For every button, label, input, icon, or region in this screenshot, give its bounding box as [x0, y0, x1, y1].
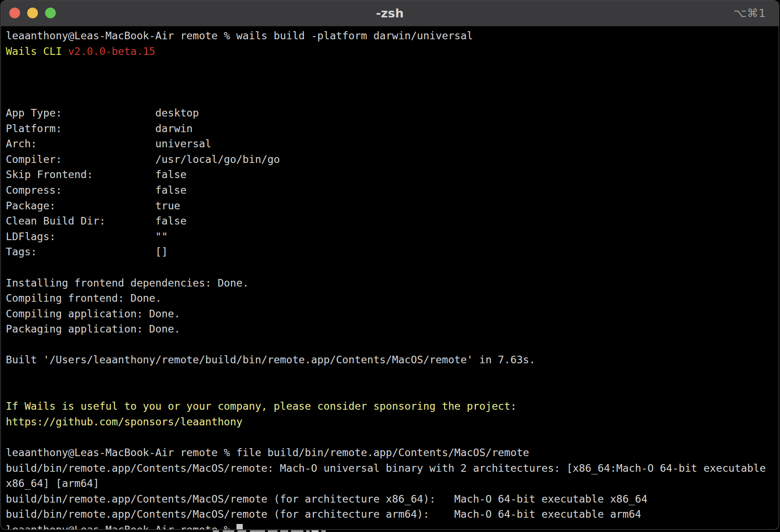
terminal-row [6, 260, 779, 275]
text-cursor [236, 524, 243, 529]
terminal-output[interactable]: leaanthony@Leas-MacBook-Air remote % wai… [1, 26, 779, 529]
terminal-text-segment: If Wails is useful to you or your compan… [6, 400, 517, 412]
terminal-row: leaanthony@Leas-MacBook-Air remote % [6, 522, 779, 529]
background-text-fragment [321, 530, 326, 532]
terminal-row: x86_64] [arm64] [6, 476, 779, 491]
terminal-text-segment: v2.0.0-beta.15 [68, 45, 155, 57]
terminal-row: Compiler: /usr/local/go/bin/go [6, 152, 779, 167]
terminal-row: Package: true [6, 198, 779, 214]
terminal-row [6, 383, 779, 399]
titlebar[interactable]: -zsh ⌥⌘1 [1, 0, 779, 26]
terminal-text-segment: build/bin/remote.app/Contents/MacOS/remo… [6, 493, 647, 505]
terminal-row [6, 59, 779, 75]
background-text-fragment [250, 530, 265, 532]
terminal-row [6, 75, 779, 90]
terminal-row [6, 429, 779, 445]
window-title: -zsh [1, 0, 779, 26]
terminal-row: Built '/Users/leaanthony/remote/build/bi… [6, 352, 779, 368]
terminal-text-segment: Compiling frontend: Done. [6, 292, 162, 304]
terminal-row: build/bin/remote.app/Contents/MacOS/remo… [6, 491, 779, 507]
terminal-row: Platform: darwin [6, 121, 779, 137]
terminal-row: https://github.com/sponsors/leaanthony [6, 414, 779, 430]
terminal-text-segment: Compiler: /usr/local/go/bin/go [6, 153, 280, 165]
terminal-text-segment: Compress: false [6, 184, 187, 196]
terminal-row [6, 90, 779, 105]
terminal-text-segment: Compiling application: Done. [6, 308, 180, 320]
background-text-fragment [311, 530, 319, 532]
terminal-row: Compress: false [6, 183, 779, 198]
background-text-fragment [213, 530, 219, 532]
terminal-text-segment: LDFlags: "" [6, 230, 168, 242]
terminal-text-segment: Installing frontend dependencies: Done. [6, 277, 249, 289]
terminal-text-segment: Wails CLI [6, 45, 68, 57]
terminal-text-segment: Package: true [6, 200, 180, 212]
terminal-text-segment: x86_64] [arm64] [6, 477, 99, 489]
terminal-text-segment: Tags: [] [6, 245, 168, 258]
terminal-row: Compiling application: Done. [6, 306, 779, 322]
terminal-text-segment: Arch: universal [6, 137, 212, 150]
background-window-clipped-text [0, 530, 780, 532]
terminal-row: Clean Build Dir: false [6, 213, 779, 229]
background-text-fragment [306, 530, 310, 532]
terminal-text-segment: leaanthony@Leas-MacBook-Air remote % fil… [6, 446, 529, 458]
background-text-fragment [280, 530, 288, 532]
terminal-text-segment: https://github.com/sponsors/leaanthony [6, 416, 242, 428]
terminal-row: Wails CLI v2.0.0-beta.15 [6, 44, 779, 59]
terminal-text-segment: Packaging application: Done. [6, 323, 180, 335]
terminal-text-segment: leaanthony@Leas-MacBook-Air remote % [6, 524, 236, 529]
terminal-row: Arch: universal [6, 136, 779, 152]
terminal-row: If Wails is useful to you or your compan… [6, 399, 779, 414]
terminal-text-segment: leaanthony@Leas-MacBook-Air remote % wai… [6, 29, 473, 42]
terminal-row: App Type: desktop [6, 105, 779, 121]
terminal-window: -zsh ⌥⌘1 leaanthony@Leas-MacBook-Air rem… [0, 0, 779, 530]
terminal-text-segment: App Type: desktop [6, 107, 199, 119]
terminal-row: Skip Frontend: false [6, 167, 779, 183]
terminal-row: Packaging application: Done. [6, 321, 779, 337]
window-shortcut-badge: ⌥⌘1 [734, 0, 766, 26]
terminal-row [6, 337, 779, 353]
terminal-row: leaanthony@Leas-MacBook-Air remote % fil… [6, 445, 779, 461]
background-text-fragment [223, 530, 234, 532]
terminal-row: LDFlags: "" [6, 229, 779, 245]
terminal-text-segment: build/bin/remote.app/Contents/MacOS/remo… [6, 508, 641, 520]
background-text-fragment [291, 530, 303, 532]
terminal-row [6, 368, 779, 383]
terminal-text-segment: build/bin/remote.app/Contents/MacOS/remo… [6, 462, 766, 474]
terminal-row: Installing frontend dependencies: Done. [6, 275, 779, 291]
terminal-row: Compiling frontend: Done. [6, 291, 779, 306]
terminal-text-segment: Skip Frontend: false [6, 168, 187, 180]
terminal-text-segment: Platform: darwin [6, 122, 193, 134]
terminal-text-segment: Clean Build Dir: false [6, 215, 187, 227]
background-text-fragment [268, 530, 278, 532]
terminal-text-segment: Built '/Users/leaanthony/remote/build/bi… [6, 353, 535, 366]
background-text-fragment [237, 530, 246, 532]
terminal-row: Tags: [] [6, 244, 779, 260]
terminal-row: build/bin/remote.app/Contents/MacOS/remo… [6, 461, 779, 476]
terminal-row: leaanthony@Leas-MacBook-Air remote % wai… [6, 28, 779, 44]
terminal-row: build/bin/remote.app/Contents/MacOS/remo… [6, 507, 779, 522]
